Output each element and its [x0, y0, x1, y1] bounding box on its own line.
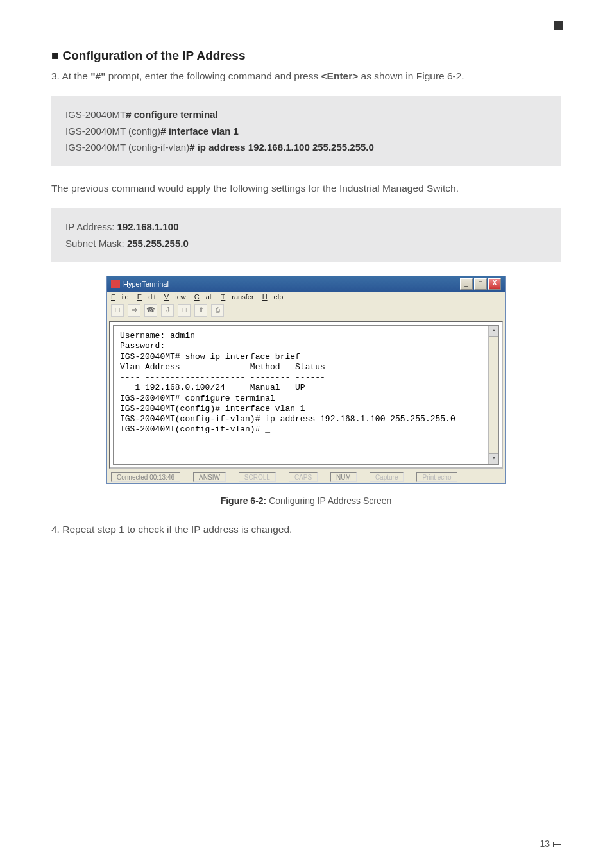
hyperterminal-window: HyperTerminal _ □ X File Edit View Call …: [106, 276, 506, 484]
step-4-text: 4. Repeat step 1 to check if the IP addr…: [51, 521, 561, 538]
terminal-output[interactable]: Username: admin Password: IGS-20040MT# s…: [113, 325, 499, 465]
terminal-body: Username: admin Password: IGS-20040MT# s…: [109, 321, 503, 469]
titlebar[interactable]: HyperTerminal _ □ X: [107, 276, 505, 292]
top-rule: [51, 26, 561, 26]
section-bullet: ■: [51, 49, 58, 62]
step-3-text: 3. At the "#" prompt, enter the followin…: [51, 68, 561, 85]
section-heading: ■Configuration of the IP Address: [51, 49, 561, 63]
menu-transfer[interactable]: Transfer: [221, 293, 254, 301]
status-connected: Connected 00:13:46: [111, 472, 180, 482]
code-box-1: IGS-20040MT# configure terminal IGS-2004…: [51, 96, 561, 166]
menu-call[interactable]: Call: [194, 293, 213, 301]
code2-line2: Subnet Mask: 255.255.255.0: [65, 235, 547, 252]
status-scroll: SCROLL: [239, 472, 276, 482]
terminal-text: Username: admin Password: IGS-20040MT# s…: [120, 331, 455, 434]
toolbar-icon-new[interactable]: □: [111, 304, 124, 317]
app-icon: [111, 280, 120, 288]
scroll-up-icon[interactable]: ▴: [489, 325, 499, 337]
toolbar-icon-receive[interactable]: ⇧: [194, 304, 207, 317]
menu-edit[interactable]: Edit: [137, 293, 156, 301]
scroll-down-icon[interactable]: ▾: [489, 453, 499, 465]
code1-line3: IGS-20040MT (config-if-vlan)# ip address…: [65, 139, 547, 156]
status-printecho: Print echo: [416, 472, 457, 482]
step3-prompt: "#": [90, 71, 105, 81]
menu-view[interactable]: View: [164, 293, 186, 301]
code1-line1: IGS-20040MT# configure terminal: [65, 106, 547, 123]
step3-key: <Enter>: [321, 71, 359, 81]
menubar: File Edit View Call Transfer Help: [107, 292, 505, 302]
section-title: Configuration of the IP Address: [62, 49, 245, 62]
code2-line1: IP Address: 192.168.1.100: [65, 219, 547, 235]
minimize-button[interactable]: _: [460, 278, 473, 290]
window-title: HyperTerminal: [123, 280, 169, 288]
status-caps: CAPS: [289, 472, 318, 482]
toolbar: □ ⇨ ☎ ⇩ □ ⇧ ⎙: [107, 302, 505, 319]
menu-file[interactable]: File: [111, 293, 129, 301]
menu-help[interactable]: Help: [262, 293, 284, 301]
toolbar-icon-send[interactable]: □: [178, 304, 191, 317]
status-num: NUM: [330, 472, 357, 482]
status-capture: Capture: [370, 472, 404, 482]
toolbar-icon-properties[interactable]: ⎙: [211, 304, 224, 317]
figure-caption: Figure 6-2: Configuring IP Address Scree…: [51, 496, 561, 506]
statusbar: Connected 00:13:46 ANSIW SCROLL CAPS NUM…: [107, 471, 505, 483]
terminal-scrollbar[interactable]: ▴ ▾: [488, 325, 499, 465]
paragraph-2: The previous command would apply the fol…: [51, 180, 561, 197]
maximize-button[interactable]: □: [474, 278, 487, 290]
page-number: 13: [540, 839, 561, 849]
code-box-2: IP Address: 192.168.1.100 Subnet Mask: 2…: [51, 208, 561, 262]
toolbar-icon-open[interactable]: ⇨: [128, 304, 140, 317]
step3-mid: prompt, enter the following command and …: [106, 71, 321, 81]
status-term: ANSIW: [193, 472, 226, 482]
page-number-value: 13: [540, 839, 550, 849]
code1-line2: IGS-20040MT (config)# interface vlan 1: [65, 123, 547, 140]
step3-prefix: 3. At the: [51, 71, 90, 81]
page-number-tick: [553, 844, 561, 845]
close-button[interactable]: X: [488, 278, 501, 290]
toolbar-icon-call[interactable]: ☎: [144, 304, 157, 317]
toolbar-icon-hangup[interactable]: ⇩: [161, 304, 174, 317]
figcap-rest: Configuring IP Address Screen: [266, 496, 391, 506]
figcap-bold: Figure 6-2:: [221, 496, 267, 506]
step3-suffix: as shown in Figure 6-2.: [358, 71, 464, 81]
